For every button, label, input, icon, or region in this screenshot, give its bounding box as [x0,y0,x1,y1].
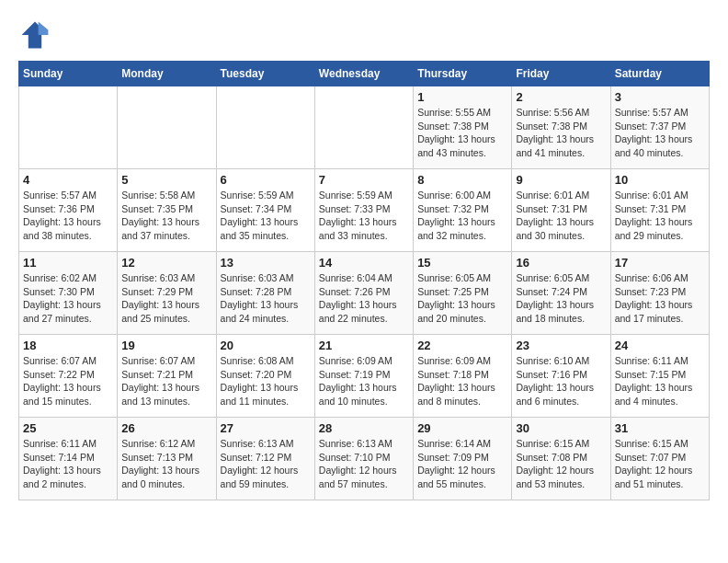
day-info: Sunrise: 6:04 AM Sunset: 7:26 PM Dayligh… [319,271,409,326]
day-info: Sunrise: 5:59 AM Sunset: 7:34 PM Dayligh… [221,189,311,243]
day-number: 6 [221,173,311,187]
day-info: Sunrise: 6:15 AM Sunset: 7:08 PM Dayligh… [516,437,606,491]
day-cell: 18Sunrise: 6:07 AM Sunset: 7:22 PM Dayli… [19,335,118,418]
day-cell: 7Sunrise: 5:59 AM Sunset: 7:33 PM Daylig… [314,169,413,252]
week-row-1: 1Sunrise: 5:55 AM Sunset: 7:38 PM Daylig… [19,86,710,169]
day-cell: 27Sunrise: 6:13 AM Sunset: 7:12 PM Dayli… [216,418,314,500]
col-header-thursday: Thursday [414,62,512,86]
day-cell [314,86,413,169]
calendar-table: SundayMondayTuesdayWednesdayThursdayFrid… [18,61,710,500]
day-number: 12 [121,256,211,270]
col-header-wednesday: Wednesday [314,62,413,86]
page-header [18,18,710,52]
day-cell [118,86,216,169]
day-number: 23 [516,339,606,352]
day-cell: 29Sunrise: 6:14 AM Sunset: 7:09 PM Dayli… [414,418,512,500]
day-info: Sunrise: 6:06 AM Sunset: 7:23 PM Dayligh… [615,271,705,326]
day-cell: 28Sunrise: 6:13 AM Sunset: 7:10 PM Dayli… [314,418,413,500]
week-row-5: 25Sunrise: 6:11 AM Sunset: 7:14 PM Dayli… [19,418,710,500]
day-number: 28 [319,421,409,435]
day-cell: 22Sunrise: 6:09 AM Sunset: 7:18 PM Dayli… [414,335,512,418]
day-cell: 16Sunrise: 6:05 AM Sunset: 7:24 PM Dayli… [512,252,610,335]
day-cell: 10Sunrise: 6:01 AM Sunset: 7:31 PM Dayli… [610,169,709,252]
day-number: 11 [23,256,113,270]
day-info: Sunrise: 6:01 AM Sunset: 7:31 PM Dayligh… [516,189,606,243]
day-cell: 13Sunrise: 6:03 AM Sunset: 7:28 PM Dayli… [216,252,314,335]
day-number: 31 [615,421,705,435]
day-cell: 11Sunrise: 6:02 AM Sunset: 7:30 PM Dayli… [19,252,118,335]
day-info: Sunrise: 6:00 AM Sunset: 7:32 PM Dayligh… [417,189,507,243]
day-info: Sunrise: 5:56 AM Sunset: 7:38 PM Dayligh… [516,106,606,160]
day-number: 2 [516,90,606,104]
day-info: Sunrise: 6:11 AM Sunset: 7:15 PM Dayligh… [615,354,705,408]
day-info: Sunrise: 6:07 AM Sunset: 7:21 PM Dayligh… [121,354,211,408]
day-info: Sunrise: 5:55 AM Sunset: 7:38 PM Dayligh… [417,106,507,160]
day-number: 7 [319,173,409,187]
day-info: Sunrise: 6:03 AM Sunset: 7:29 PM Dayligh… [121,271,211,326]
day-number: 18 [23,339,113,352]
day-cell: 21Sunrise: 6:09 AM Sunset: 7:19 PM Dayli… [314,335,413,418]
day-info: Sunrise: 6:09 AM Sunset: 7:18 PM Dayligh… [417,354,507,408]
day-cell: 30Sunrise: 6:15 AM Sunset: 7:08 PM Dayli… [512,418,610,500]
day-number: 8 [417,173,507,187]
logo-icon [18,18,51,52]
day-info: Sunrise: 6:12 AM Sunset: 7:13 PM Dayligh… [121,437,211,491]
day-number: 20 [221,339,311,352]
day-info: Sunrise: 6:11 AM Sunset: 7:14 PM Dayligh… [23,437,113,491]
day-cell: 25Sunrise: 6:11 AM Sunset: 7:14 PM Dayli… [19,418,118,500]
day-cell: 8Sunrise: 6:00 AM Sunset: 7:32 PM Daylig… [414,169,512,252]
day-cell [19,86,118,169]
day-number: 5 [121,173,211,187]
col-header-saturday: Saturday [610,62,709,86]
day-number: 26 [121,421,211,435]
day-number: 13 [221,256,311,270]
day-cell: 17Sunrise: 6:06 AM Sunset: 7:23 PM Dayli… [610,252,709,335]
day-cell: 31Sunrise: 6:15 AM Sunset: 7:07 PM Dayli… [610,418,709,500]
day-cell: 3Sunrise: 5:57 AM Sunset: 7:37 PM Daylig… [610,86,709,169]
day-info: Sunrise: 6:07 AM Sunset: 7:22 PM Dayligh… [23,354,113,408]
day-info: Sunrise: 5:57 AM Sunset: 7:37 PM Dayligh… [615,106,705,160]
day-cell: 26Sunrise: 6:12 AM Sunset: 7:13 PM Dayli… [118,418,216,500]
day-number: 15 [417,256,507,270]
week-row-4: 18Sunrise: 6:07 AM Sunset: 7:22 PM Dayli… [19,335,710,418]
day-cell: 12Sunrise: 6:03 AM Sunset: 7:29 PM Dayli… [118,252,216,335]
day-number: 9 [516,173,606,187]
day-cell: 14Sunrise: 6:04 AM Sunset: 7:26 PM Dayli… [314,252,413,335]
day-info: Sunrise: 6:13 AM Sunset: 7:12 PM Dayligh… [221,437,311,491]
day-info: Sunrise: 6:09 AM Sunset: 7:19 PM Dayligh… [319,354,409,408]
day-info: Sunrise: 6:05 AM Sunset: 7:25 PM Dayligh… [417,271,507,326]
day-info: Sunrise: 6:03 AM Sunset: 7:28 PM Dayligh… [221,271,311,326]
day-info: Sunrise: 6:05 AM Sunset: 7:24 PM Dayligh… [516,271,606,326]
day-info: Sunrise: 6:15 AM Sunset: 7:07 PM Dayligh… [615,437,705,491]
day-info: Sunrise: 6:01 AM Sunset: 7:31 PM Dayligh… [615,189,705,243]
week-row-3: 11Sunrise: 6:02 AM Sunset: 7:30 PM Dayli… [19,252,710,335]
day-info: Sunrise: 6:02 AM Sunset: 7:30 PM Dayligh… [23,271,113,326]
day-number: 1 [417,90,507,104]
day-info: Sunrise: 6:14 AM Sunset: 7:09 PM Dayligh… [417,437,507,491]
day-number: 22 [417,339,507,352]
day-number: 29 [417,421,507,435]
day-cell: 2Sunrise: 5:56 AM Sunset: 7:38 PM Daylig… [512,86,610,169]
day-info: Sunrise: 6:08 AM Sunset: 7:20 PM Dayligh… [221,354,311,408]
day-cell: 4Sunrise: 5:57 AM Sunset: 7:36 PM Daylig… [19,169,118,252]
day-cell: 5Sunrise: 5:58 AM Sunset: 7:35 PM Daylig… [118,169,216,252]
day-cell: 6Sunrise: 5:59 AM Sunset: 7:34 PM Daylig… [216,169,314,252]
day-number: 25 [23,421,113,435]
day-number: 27 [221,421,311,435]
day-cell: 23Sunrise: 6:10 AM Sunset: 7:16 PM Dayli… [512,335,610,418]
day-number: 30 [516,421,606,435]
col-header-tuesday: Tuesday [216,62,314,86]
day-info: Sunrise: 6:10 AM Sunset: 7:16 PM Dayligh… [516,354,606,408]
col-header-friday: Friday [512,62,610,86]
day-info: Sunrise: 5:58 AM Sunset: 7:35 PM Dayligh… [121,189,211,243]
day-cell: 1Sunrise: 5:55 AM Sunset: 7:38 PM Daylig… [414,86,512,169]
day-info: Sunrise: 5:57 AM Sunset: 7:36 PM Dayligh… [23,189,113,243]
day-number: 24 [615,339,705,352]
day-cell: 9Sunrise: 6:01 AM Sunset: 7:31 PM Daylig… [512,169,610,252]
day-cell: 20Sunrise: 6:08 AM Sunset: 7:20 PM Dayli… [216,335,314,418]
day-number: 19 [121,339,211,352]
day-cell [216,86,314,169]
header-row: SundayMondayTuesdayWednesdayThursdayFrid… [19,62,710,86]
day-number: 14 [319,256,409,270]
day-number: 4 [23,173,113,187]
